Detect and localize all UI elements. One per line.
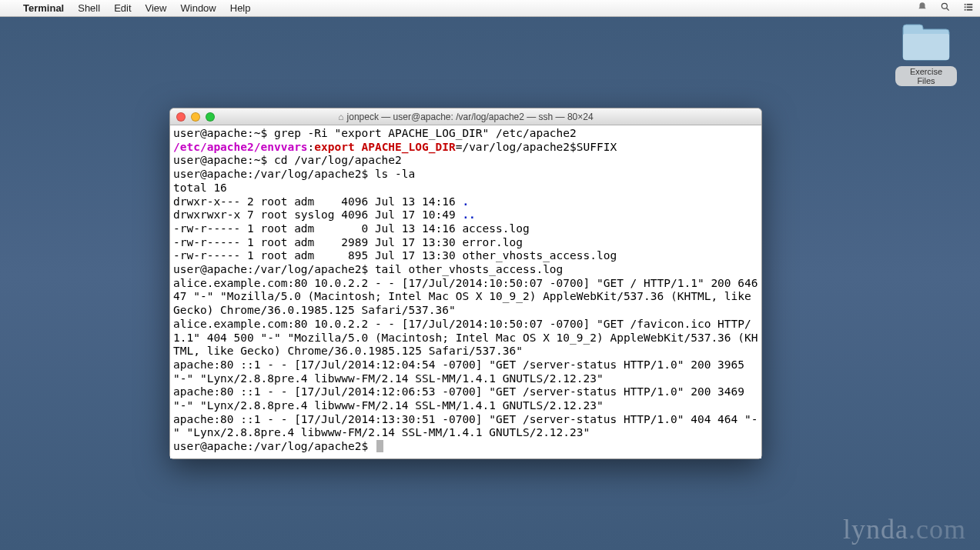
svg-point-0 (942, 3, 947, 8)
folder-icon (901, 23, 951, 63)
watermark-suffix: .com (908, 514, 966, 545)
svg-rect-6 (965, 9, 966, 11)
svg-line-1 (947, 8, 949, 11)
svg-rect-2 (965, 4, 966, 5)
terminal-line: alice.example.com:80 10.0.2.2 - - [17/Ju… (173, 277, 758, 318)
terminal-line: drwxr-x--- 2 root adm 4096 Jul 13 14:16 … (173, 195, 758, 209)
watermark: lynda.com (843, 513, 966, 545)
terminal-line: user@apache:/var/log/apache2$ ls -la (173, 168, 758, 182)
menubar-left: Terminal Shell Edit View Window Help (6, 2, 251, 14)
terminal-line: drwxrwxr-x 7 root syslog 4096 Jul 17 10:… (173, 208, 758, 222)
menu-shell[interactable]: Shell (78, 2, 100, 14)
terminal-line: apache:80 ::1 - - [17/Jul/2014:13:30:51 … (173, 413, 758, 440)
window-title-text: jonpeck — user@apache: /var/log/apache2 … (347, 112, 594, 122)
svg-rect-3 (967, 4, 973, 5)
terminal-line: -rw-r----- 1 root adm 0 Jul 13 14:16 acc… (173, 222, 758, 236)
svg-rect-7 (967, 9, 973, 11)
close-button[interactable] (176, 112, 186, 122)
terminal-line: user@apache:~$ cd /var/log/apache2 (173, 154, 758, 168)
window-titlebar[interactable]: ⌂jonpeck — user@apache: /var/log/apache2… (170, 108, 761, 125)
svg-rect-5 (967, 6, 973, 8)
terminal-line: /etc/apache2/envvars:export APACHE_LOG_D… (173, 141, 758, 155)
app-menu[interactable]: Terminal (23, 2, 64, 14)
terminal-line: -rw-r----- 1 root adm 895 Jul 17 13:30 o… (173, 249, 758, 263)
terminal-line: alice.example.com:80 10.0.2.2 - - [17/Ju… (173, 318, 758, 358)
terminal-line: user@apache:~$ grep -Ri "export APACHE_L… (173, 127, 758, 141)
watermark-brand: lynda (843, 514, 908, 545)
window-title: ⌂jonpeck — user@apache: /var/log/apache2… (170, 112, 761, 122)
desktop-folder-label: Exercise Files (895, 66, 957, 86)
menubar-right (917, 2, 974, 15)
terminal-window: ⌂jonpeck — user@apache: /var/log/apache2… (169, 108, 762, 459)
terminal-line: apache:80 ::1 - - [17/Jul/2014:12:04:54 … (173, 358, 758, 385)
spotlight-icon[interactable] (940, 2, 951, 15)
menu-window[interactable]: Window (181, 2, 216, 14)
traffic-lights (170, 112, 215, 122)
svg-rect-4 (965, 6, 966, 8)
notification-center-icon[interactable] (917, 2, 928, 15)
menu-edit[interactable]: Edit (114, 2, 131, 14)
desktop-folder-exercise-files[interactable]: Exercise Files (895, 23, 957, 86)
menubar: Terminal Shell Edit View Window Help (0, 0, 980, 17)
terminal-line: total 16 (173, 182, 758, 195)
terminal-line: apache:80 ::1 - - [17/Jul/2014:12:06:53 … (173, 385, 758, 412)
menu-help[interactable]: Help (230, 2, 251, 14)
terminal-line: -rw-r----- 1 root adm 2989 Jul 17 13:30 … (173, 236, 758, 250)
terminal-line: user@apache:/var/log/apache2$ (173, 440, 758, 454)
zoom-button[interactable] (206, 112, 215, 122)
terminal-output[interactable]: user@apache:~$ grep -Ri "export APACHE_L… (170, 125, 761, 458)
cursor (376, 440, 383, 452)
minimize-button[interactable] (191, 112, 200, 122)
menu-extras-icon[interactable] (963, 2, 974, 15)
menu-view[interactable]: View (145, 2, 167, 14)
home-icon: ⌂ (338, 112, 343, 122)
terminal-line: user@apache:/var/log/apache2$ tail other… (173, 263, 758, 277)
